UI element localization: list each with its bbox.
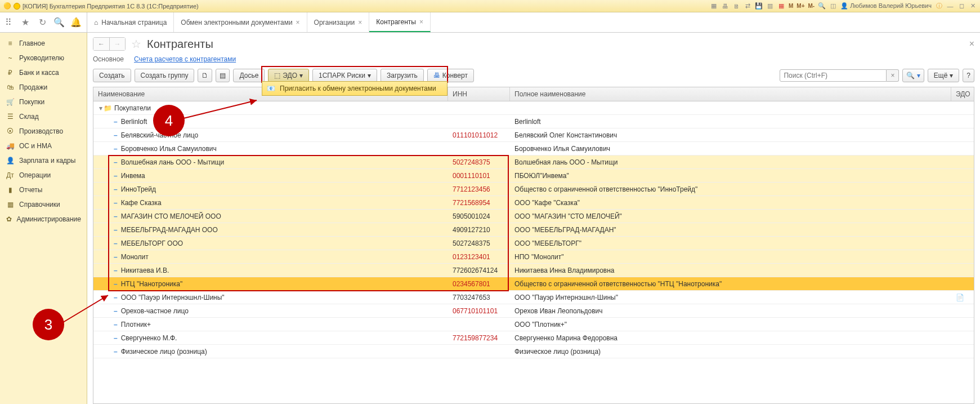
sidebar-label: ОС и НМА <box>19 142 52 150</box>
tab[interactable]: Контрагенты× <box>369 12 431 32</box>
col-inn[interactable]: ИНН <box>448 87 510 101</box>
row-full: Свергуненко Марина Федоровна <box>510 332 951 344</box>
table-row[interactable]: –BerlinloftBerlinloft <box>93 115 974 128</box>
table-row[interactable]: –НТЦ "Нанотроника"0234567801Общество с о… <box>93 277 974 291</box>
sub-accounts-link[interactable]: Счета расчетов с контрагентами <box>134 55 236 63</box>
page-close-icon[interactable]: × <box>969 39 974 49</box>
calendar-icon[interactable]: ▦ <box>777 2 785 10</box>
table-row[interactable]: –Белявский-частное лицо011101011012Беляв… <box>93 128 974 142</box>
sidebar-icon: ☰ <box>6 113 15 121</box>
m-plus-button[interactable]: M+ <box>796 3 804 9</box>
table-row[interactable]: –Боровченко Илья СамуиловичБоровченко Ил… <box>93 142 974 156</box>
tab[interactable]: ⌂Начальная страница <box>87 12 174 32</box>
sidebar-item[interactable]: 🛍Продажи <box>0 80 87 95</box>
forward-button[interactable]: → <box>109 38 125 50</box>
table-row[interactable]: –Волшебная лань ООО - Мытищи5027248375Во… <box>93 156 974 169</box>
table-row[interactable]: –МЕБЕЛЬТОРГ ООО5027248375ООО "МЕБЕЛЬТОРГ… <box>93 237 974 250</box>
row-full: ООО "Кафе "Сказка" <box>510 197 951 208</box>
m-minus-button[interactable]: M- <box>808 3 815 9</box>
close-icon[interactable]: × <box>358 19 362 26</box>
save-icon[interactable]: 💾 <box>755 2 763 10</box>
search-icon[interactable]: 🔍 <box>51 12 68 33</box>
star-icon[interactable]: ★ <box>17 12 34 33</box>
back-button[interactable]: ← <box>93 38 109 50</box>
tab[interactable]: Обмен электронными документами× <box>174 12 307 32</box>
table-row[interactable]: –Монолит0123123401НПО "Монолит" <box>93 250 974 264</box>
spark-button[interactable]: 1СПАРК Риски ▾ <box>312 69 377 82</box>
apps-icon[interactable]: ⠿ <box>0 12 17 33</box>
close-icon[interactable]: × <box>296 19 300 26</box>
sidebar-label: Отчеты <box>19 186 42 194</box>
row-name: Боровченко Илья Самуилович <box>121 145 217 153</box>
search-icon[interactable]: 🔍 <box>818 2 826 10</box>
col-edo[interactable]: ЭДО <box>951 87 974 101</box>
row-icon: – <box>114 199 118 207</box>
table-group-row[interactable]: ▾📁Покупатели <box>93 101 974 115</box>
tab-label: Контрагенты <box>376 18 416 26</box>
sidebar-item[interactable]: ≡Главное <box>0 36 87 51</box>
sidebar-item[interactable]: 🛒Покупки <box>0 95 87 109</box>
row-full: Никитаева Инна Владимировна <box>510 265 951 276</box>
favorite-icon[interactable]: ☆ <box>131 37 141 51</box>
load-button[interactable]: Загрузить <box>381 69 424 82</box>
m-button[interactable]: M <box>789 3 793 9</box>
help-button[interactable]: ? <box>963 69 974 82</box>
col-full[interactable]: Полное наименование <box>510 87 951 101</box>
dropdown-invite-item[interactable]: Пригласить к обмену электронными докумен… <box>280 85 436 92</box>
sidebar-item[interactable]: ⦿Производство <box>0 124 87 139</box>
calc-icon[interactable]: ▥ <box>766 2 774 10</box>
compare-icon[interactable]: ⇄ <box>744 2 751 10</box>
info-icon[interactable]: ⓘ <box>935 2 943 10</box>
grid-icon[interactable]: ▦ <box>710 2 718 10</box>
row-full: ООО "МЕБЕЛЬГРАД-МАГАДАН" <box>510 224 951 236</box>
sidebar-item[interactable]: ДтОперации <box>0 168 87 183</box>
table-row[interactable]: –Физическое лицо (розница)Физическое лиц… <box>93 345 974 358</box>
table-row[interactable]: –Плотник+ООО "Плотник+" <box>93 318 974 331</box>
create-group-button[interactable]: Создать группу <box>135 69 195 82</box>
doc-icon[interactable]: 🗎 <box>732 2 740 10</box>
maximize-icon[interactable]: ◻ <box>957 2 965 10</box>
close-icon[interactable]: × <box>419 18 423 26</box>
row-inn: 7703247653 <box>448 292 510 303</box>
sidebar-item[interactable]: ▮Отчеты <box>0 183 87 197</box>
sidebar-label: Справочники <box>19 201 60 208</box>
sidebar-item[interactable]: ☰Склад <box>0 109 87 124</box>
table-row[interactable]: –ИнноТрейд7712123456Общество с ограничен… <box>93 183 974 196</box>
user-label: 👤 Любимов Валерий Юрьевич <box>840 2 932 10</box>
bell-icon[interactable]: 🔔 <box>68 12 84 33</box>
dossier-button[interactable]: Досье <box>233 69 265 82</box>
table-row[interactable]: –Орехов-частное лицо067710101101Орехов И… <box>93 304 974 318</box>
history-icon[interactable]: ↻ <box>34 12 51 33</box>
create-button[interactable]: Создать <box>93 69 131 82</box>
table-row[interactable]: –МЕБЕЛЬГРАД-МАГАДАН ООО4909127210ООО "МЕ… <box>93 223 974 237</box>
sidebar-item[interactable]: ✿Администрирование <box>0 212 87 227</box>
sidebar-item[interactable]: ~Руководителю <box>0 51 87 65</box>
sidebar-item[interactable]: 👤Зарплата и кадры <box>0 153 87 168</box>
sidebar-item[interactable]: ₽Банк и касса <box>0 65 87 80</box>
table-row[interactable]: –МАГАЗИН СТО МЕЛОЧЕЙ ООО5905001024ООО "М… <box>93 210 974 223</box>
tab[interactable]: Организации× <box>307 12 370 32</box>
table-row[interactable]: –ООО "Пауэр Интернэшнл-Шины"7703247653ОО… <box>93 291 974 304</box>
close-window-icon[interactable]: ✕ <box>969 2 977 10</box>
dropdown-icon[interactable] <box>14 3 20 10</box>
sub-main[interactable]: Основное <box>93 55 124 63</box>
windows-icon[interactable]: ◫ <box>829 2 837 10</box>
table-row[interactable]: –Инвема0001110101ПБОЮЛ"Инвема" <box>93 169 974 183</box>
table-row[interactable]: –Кафе Сказка7721568954ООО "Кафе "Сказка" <box>93 196 974 210</box>
envelope-button[interactable]: 🖶 Конверт <box>427 69 474 82</box>
list-button[interactable]: ▤ <box>216 69 230 82</box>
table-row[interactable]: –Никитаева И.В.772602674124Никитаева Инн… <box>93 264 974 277</box>
edo-button[interactable]: ⬚ ЭДО ▾ <box>268 69 309 82</box>
find-button[interactable]: 🗋 <box>198 69 212 82</box>
search-input[interactable] <box>780 69 887 82</box>
table-row[interactable]: –Свергуненко М.Ф.772159877234Свергуненко… <box>93 331 974 345</box>
row-inn: 7712123456 <box>448 184 510 195</box>
more-button[interactable]: Ещё ▾ <box>928 69 960 82</box>
print-icon[interactable]: 🖶 <box>721 2 729 10</box>
sidebar-item[interactable]: 🚚ОС и НМА <box>0 139 87 153</box>
sidebar-item[interactable]: ▦Справочники <box>0 197 87 212</box>
search-clear-button[interactable]: × <box>887 69 899 82</box>
minimize-icon[interactable]: — <box>946 2 954 10</box>
search-menu-button[interactable]: 🔍 ▾ <box>902 69 924 82</box>
row-inn: 772159877234 <box>448 332 510 344</box>
